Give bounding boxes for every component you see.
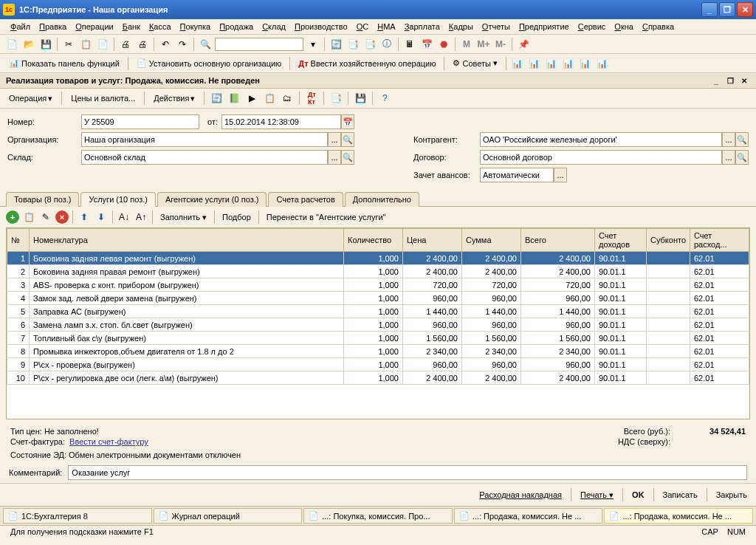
services-table[interactable]: №НоменклатураКоличествоЦенаСуммаВсегоСче… bbox=[6, 227, 750, 419]
copy-icon[interactable]: 📋 bbox=[78, 37, 93, 52]
move-button[interactable]: Перенести в "Агентские услуги" bbox=[263, 211, 390, 223]
acct3-icon[interactable]: 📊 bbox=[544, 56, 559, 71]
doc-max-icon[interactable]: ❐ bbox=[724, 75, 736, 86]
search-input[interactable] bbox=[215, 38, 303, 51]
menu-item-склад[interactable]: Склад bbox=[258, 21, 290, 32]
org-search-icon[interactable]: 🔍 bbox=[341, 132, 354, 147]
menu-item-зарплата[interactable]: Зарплата bbox=[400, 21, 444, 32]
row-down-icon[interactable]: ⬇ bbox=[94, 210, 109, 224]
cut-icon[interactable]: ✂ bbox=[61, 37, 76, 52]
fill-dropdown[interactable]: Заполнить ▾ bbox=[157, 211, 210, 224]
doc-tab-1[interactable]: Услуги (10 поз.) bbox=[80, 192, 156, 207]
table-row[interactable]: 9Р\сх - проверка (выгружен)1,000960,0096… bbox=[7, 358, 749, 371]
table-row[interactable]: 10Р\сх - регулировка две оси (легк. а\м)… bbox=[7, 371, 749, 385]
col-header[interactable]: Субконто bbox=[646, 229, 690, 252]
col-header[interactable]: Количество bbox=[343, 229, 402, 252]
menu-item-нма[interactable]: НМА bbox=[373, 21, 399, 32]
counterparty-select-icon[interactable]: ... bbox=[722, 132, 735, 147]
waybill-link[interactable]: Расходная накладная bbox=[479, 490, 562, 499]
invoice-link[interactable]: Ввести счет-фактуру bbox=[69, 437, 148, 446]
contract-search-icon[interactable]: 🔍 bbox=[735, 150, 749, 165]
doc-icon[interactable]: 📑 bbox=[346, 37, 360, 52]
window-tab-2[interactable]: 📄...: Покупка, комиссия. Про... bbox=[303, 508, 453, 524]
acct4-icon[interactable]: 📊 bbox=[561, 56, 576, 71]
menu-item-производство[interactable]: Производство bbox=[290, 21, 352, 32]
contract-select-icon[interactable]: ... bbox=[722, 150, 735, 165]
acct2-icon[interactable]: 📊 bbox=[527, 56, 542, 71]
window-tab-4[interactable]: 📄...: Продажа, комиссия. Не ... bbox=[604, 508, 753, 524]
menu-item-банк[interactable]: Банк bbox=[118, 21, 145, 32]
redo-icon[interactable]: ↷ bbox=[175, 37, 190, 52]
menu-item-операции[interactable]: Операции bbox=[71, 21, 117, 32]
calendar-icon[interactable]: 📅 bbox=[419, 37, 434, 52]
enter-op-button[interactable]: Дт Ввести хозяйственную операцию bbox=[294, 58, 440, 69]
row-add-icon[interactable]: + bbox=[6, 210, 19, 224]
col-header[interactable]: № bbox=[7, 229, 30, 252]
undo-icon[interactable]: ↶ bbox=[158, 37, 173, 52]
doc-hist-icon[interactable]: 📋 bbox=[262, 91, 277, 106]
table-row[interactable]: 8Промывка инжекторов,объем двигателя от … bbox=[7, 345, 749, 358]
close-doc-button[interactable]: Закрыть bbox=[716, 490, 747, 499]
window-tab-3[interactable]: 📄...: Продажа, комиссия. Не ... bbox=[454, 508, 603, 524]
doc-help-icon[interactable]: ? bbox=[377, 91, 392, 106]
row-edit-icon[interactable]: ✎ bbox=[38, 210, 53, 224]
actions-dropdown[interactable]: Действия ▾ bbox=[149, 92, 199, 106]
table-row[interactable]: 6Замена ламп з.х. стоп. бл.свет (выгруже… bbox=[7, 318, 749, 332]
table-row[interactable]: 3ABS- проверка с конт. прибором (выгруже… bbox=[7, 278, 749, 292]
printer2-icon[interactable]: 🖨 bbox=[135, 37, 150, 52]
menu-item-отчеты[interactable]: Отчеты bbox=[478, 21, 515, 32]
table-row[interactable]: 7Топливный бак с\у (выгружен)1,0001 560,… bbox=[7, 332, 749, 345]
calendar-picker-icon[interactable]: 📅 bbox=[341, 114, 354, 129]
warehouse-input[interactable] bbox=[84, 153, 325, 162]
doc2-icon[interactable]: 📑 bbox=[362, 37, 377, 52]
open-icon[interactable]: 📂 bbox=[21, 37, 36, 52]
doc-ok-icon[interactable]: 📗 bbox=[227, 91, 241, 106]
row-insert-icon[interactable]: 📋 bbox=[21, 210, 36, 224]
calc-icon[interactable]: 🖩 bbox=[402, 37, 417, 52]
prices-button[interactable]: Цены и валюта... bbox=[66, 92, 140, 105]
acct1-icon[interactable]: 📊 bbox=[510, 56, 525, 71]
col-header[interactable]: Номенклатура bbox=[30, 229, 344, 252]
menu-item-продажа[interactable]: Продажа bbox=[215, 21, 258, 32]
maximize-button[interactable]: ❐ bbox=[719, 2, 735, 17]
comment-input[interactable] bbox=[68, 465, 747, 480]
stop-icon[interactable]: ⬣ bbox=[436, 37, 451, 52]
advance-select-icon[interactable]: ... bbox=[554, 168, 567, 182]
window-tab-1[interactable]: 📄Журнал операций bbox=[154, 508, 303, 524]
search-icon[interactable]: 🔍 bbox=[198, 37, 213, 52]
menu-item-сервис[interactable]: Сервис bbox=[574, 21, 611, 32]
menu-item-правка[interactable]: Правка bbox=[35, 21, 71, 32]
doc-struct-icon[interactable]: 🗂 bbox=[280, 91, 295, 106]
warehouse-select-icon[interactable]: ... bbox=[328, 150, 341, 165]
write-button[interactable]: Записать bbox=[663, 490, 698, 499]
pin-icon[interactable]: 📌 bbox=[516, 37, 531, 52]
menu-item-кадры[interactable]: Кадры bbox=[444, 21, 478, 32]
minimize-button[interactable]: _ bbox=[701, 2, 718, 17]
mplus-indicator[interactable]: M+ bbox=[476, 37, 491, 52]
contract-input[interactable] bbox=[483, 153, 719, 162]
doc-form-icon[interactable]: 📑 bbox=[329, 91, 343, 106]
col-header[interactable]: Сумма bbox=[461, 229, 520, 252]
row-up-icon[interactable]: ⬆ bbox=[77, 210, 92, 224]
table-row[interactable]: 1Боковина задняя левая ремонт (выгружен)… bbox=[7, 252, 749, 265]
doc-run-icon[interactable]: ▶ bbox=[244, 91, 259, 106]
menu-item-файл[interactable]: Файл bbox=[6, 21, 35, 32]
sort-asc-icon[interactable]: A↓ bbox=[117, 210, 131, 224]
doc-tab-3[interactable]: Счета расчетов bbox=[268, 192, 343, 207]
doc-tab-4[interactable]: Дополнительно bbox=[345, 192, 419, 207]
org-input[interactable] bbox=[84, 135, 325, 144]
tips-button[interactable]: ⚙ Советы ▾ bbox=[448, 57, 501, 69]
show-panel-button[interactable]: 📊 Показать панель функций bbox=[4, 57, 124, 69]
save-icon[interactable]: 💾 bbox=[38, 37, 53, 52]
close-button[interactable]: ✕ bbox=[737, 2, 753, 17]
col-header[interactable]: Цена bbox=[402, 229, 461, 252]
search-dd-icon[interactable]: ▾ bbox=[306, 37, 320, 52]
menu-item-предприятие[interactable]: Предприятие bbox=[515, 21, 574, 32]
table-row[interactable]: 2Боковина задняя правая ремонт (выгружен… bbox=[7, 265, 749, 278]
acct5-icon[interactable]: 📊 bbox=[578, 56, 593, 71]
print-icon[interactable]: 🖨 bbox=[118, 37, 133, 52]
counterparty-search-icon[interactable]: 🔍 bbox=[735, 132, 749, 147]
operation-dropdown[interactable]: Операция ▾ bbox=[4, 92, 57, 106]
menu-item-касса[interactable]: Касса bbox=[145, 21, 176, 32]
table-row[interactable]: 4Замок зад. левой двери замена (выгружен… bbox=[7, 292, 749, 305]
